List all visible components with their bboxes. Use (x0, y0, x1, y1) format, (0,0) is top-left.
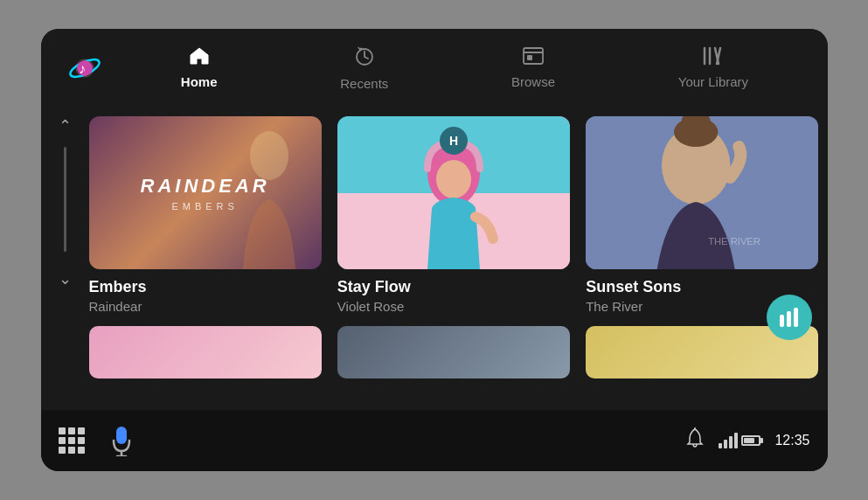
library-label: Your Library (678, 74, 748, 89)
grid-dot (78, 427, 85, 434)
preview-card-2[interactable] (337, 326, 570, 378)
grid-dot (78, 447, 85, 454)
card-embers-title: Embers (89, 278, 322, 296)
battery-fill (744, 438, 754, 443)
grid-dot (59, 447, 66, 454)
bottom-left-controls (59, 425, 686, 456)
nav-item-library[interactable]: Your Library (652, 39, 774, 98)
recents-label: Recents (340, 76, 388, 91)
svg-text:♪: ♪ (79, 61, 86, 76)
sunsetsons-person: THE RIVER (586, 116, 818, 269)
bell-icon (685, 427, 705, 448)
app-logo: ♪ (66, 50, 103, 87)
svg-rect-7 (527, 55, 532, 60)
svg-rect-23 (794, 308, 798, 327)
signal-bar-3 (729, 436, 733, 448)
signal-battery-indicator (719, 433, 760, 448)
card-sunsetsons-image: THE RIVER (586, 116, 818, 269)
card-stayflow[interactable]: H (337, 116, 570, 314)
nav-item-recents[interactable]: Recents (314, 39, 414, 98)
home-label: Home (181, 74, 218, 89)
recents-icon (354, 46, 375, 71)
svg-point-14 (436, 160, 471, 198)
scroll-up-button[interactable]: ⌃ (59, 116, 72, 135)
card-embers-image: RAINDEAR EMBERS (89, 116, 322, 269)
browse-label: Browse (511, 74, 555, 89)
battery-icon (741, 435, 760, 446)
svg-rect-5 (524, 48, 543, 64)
apps-grid-button[interactable] (59, 427, 85, 454)
time-display: 12:35 (774, 433, 809, 448)
equalizer-icon (778, 308, 801, 327)
svg-point-12 (250, 131, 288, 180)
preview-card-1[interactable] (89, 326, 322, 378)
nav-item-home[interactable]: Home (155, 39, 244, 98)
headphones-badge: H (440, 127, 468, 155)
card-stayflow-title: Stay Flow (337, 278, 570, 296)
bottom-bar: 12:35 (41, 410, 828, 471)
microphone-icon (109, 425, 134, 456)
microphone-button[interactable] (109, 425, 134, 456)
grid-dot (68, 447, 75, 454)
cards-row-preview (89, 326, 819, 378)
device-frame: ♪ (41, 29, 828, 471)
home-icon (189, 46, 210, 69)
library-icon (701, 46, 726, 69)
notification-bell-button[interactable] (685, 427, 705, 454)
grid-dot (68, 437, 75, 444)
scroll-bar (64, 147, 66, 252)
cards-row-main: RAINDEAR EMBERS Embers Raindear (89, 116, 819, 314)
scroll-down-button[interactable]: ⌄ (59, 269, 72, 288)
card-stayflow-artist: Violet Rose (337, 299, 570, 314)
person-silhouette-raindear (226, 129, 313, 269)
top-nav: ♪ (41, 29, 828, 108)
grid-dot (68, 427, 75, 434)
bottom-right-status: 12:35 (685, 427, 809, 454)
signal-bar-2 (724, 440, 727, 448)
card-stayflow-image: H (337, 116, 570, 269)
card-embers-artist: Raindear (89, 299, 322, 314)
svg-rect-22 (787, 311, 791, 327)
equalizer-fab[interactable] (767, 295, 812, 340)
signal-bars (719, 433, 738, 448)
card-embers[interactable]: RAINDEAR EMBERS Embers Raindear (89, 116, 322, 314)
svg-text:THE RIVER: THE RIVER (708, 236, 760, 247)
signal-bar-4 (734, 433, 738, 448)
browse-icon (522, 46, 545, 69)
grid-dot (78, 437, 85, 444)
grid-dot (59, 427, 66, 434)
main-content: ⌃ ⌄ RAINDEAR EMBERS (41, 108, 828, 410)
signal-bar-1 (719, 443, 722, 448)
svg-rect-21 (780, 315, 784, 327)
grid-dot (59, 437, 66, 444)
card-sunsetsons-title: Sunset Sons (586, 278, 818, 296)
card-sunsetsons[interactable]: THE RIVER Sunset Sons The River (586, 116, 818, 314)
logo-area: ♪ (59, 50, 111, 87)
nav-items: Home Recents (120, 39, 810, 98)
cards-area: RAINDEAR EMBERS Embers Raindear (89, 108, 828, 410)
nav-item-browse[interactable]: Browse (485, 39, 581, 98)
svg-rect-24 (116, 427, 127, 444)
sidebar: ⌃ ⌄ (41, 108, 89, 410)
